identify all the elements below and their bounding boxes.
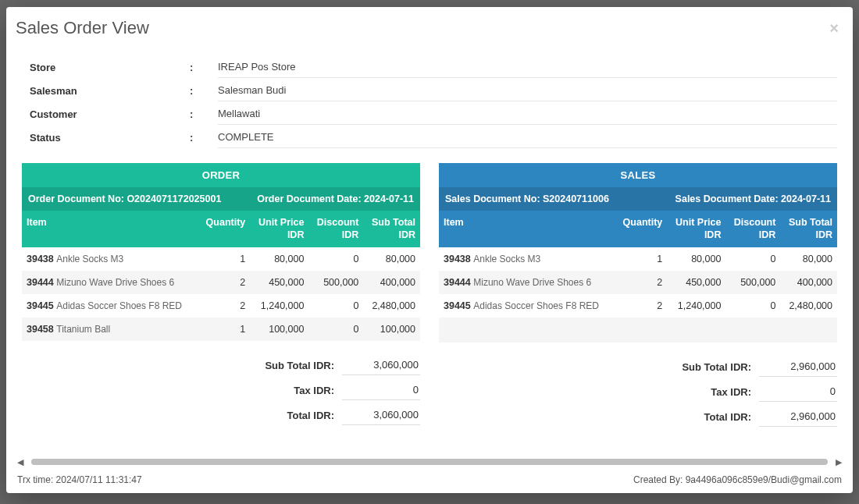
order-total-label: Total IDR: [287, 410, 342, 421]
table-row: 39458 Titanium Ball1100,0000100,000 [22, 318, 420, 341]
col-item: Item [22, 211, 198, 247]
col-sub: Sub TotalIDR [780, 211, 837, 247]
sales-doc-no: Sales Document No: S20240711006 [445, 193, 609, 204]
col-unit: Unit PriceIDR [667, 211, 725, 247]
sales-total-label: Total IDR: [704, 411, 759, 423]
sales-panel: SALES Sales Document No: S20240711006 Sa… [439, 163, 837, 431]
created-by: Created By: 9a4496a096c859e9/Budi@gmail.… [633, 474, 842, 485]
sales-tax-label: Tax IDR: [711, 386, 759, 398]
sales-doc-date: Sales Document Date: 2024-07-11 [675, 193, 831, 204]
salesman-value: Salesman Budi [218, 80, 837, 101]
scroll-left-icon[interactable]: ◀ [17, 457, 23, 467]
table-row: 39445 Adidas Soccer Shoes F8 RED21,240,0… [22, 294, 420, 318]
sales-totals: Sub Total IDR:2,960,000 Tax IDR:0 Total … [439, 357, 837, 427]
sales-subtotal-value: 2,960,000 [759, 357, 837, 377]
col-sub: Sub TotalIDR [363, 211, 420, 247]
table-row-empty [439, 318, 837, 343]
order-panel: ORDER Order Document No: O20240711720250… [22, 163, 420, 431]
scroll-track[interactable] [31, 459, 828, 465]
close-icon[interactable]: × [829, 20, 839, 36]
col-disc: DiscountIDR [725, 211, 780, 247]
order-totals: Sub Total IDR:3,060,000 Tax IDR:0 Total … [22, 355, 420, 425]
store-label: Store [22, 57, 190, 78]
order-header: ORDER [22, 163, 420, 187]
salesman-label: Salesman [22, 80, 190, 101]
table-row: 39438 Ankle Socks M3180,000080,000 [22, 247, 420, 271]
col-item: Item [439, 211, 615, 247]
order-tax-label: Tax IDR: [294, 385, 342, 396]
sales-order-view-modal: Sales Order View × Store : IREAP Pos Sto… [6, 7, 853, 493]
col-unit: Unit PriceIDR [250, 211, 308, 247]
order-table: Item Quantity Unit PriceIDR DiscountIDR … [22, 211, 420, 341]
col-qty: Quantity [615, 211, 667, 247]
modal-title: Sales Order View [16, 18, 149, 38]
order-tax-value: 0 [342, 380, 420, 400]
col-qty: Quantity [198, 211, 250, 247]
order-info: Store : IREAP Pos Store Salesman : Sales… [22, 55, 837, 149]
sales-table: Item Quantity Unit PriceIDR DiscountIDR … [439, 211, 837, 343]
sales-total-value: 2,960,000 [759, 406, 837, 427]
table-row: 39444 Mizuno Wave Drive Shoes 62450,0005… [439, 271, 837, 294]
sales-tax-value: 0 [759, 382, 837, 402]
scroll-right-icon[interactable]: ▶ [836, 457, 842, 467]
order-subtotal-label: Sub Total IDR: [265, 360, 342, 371]
sales-subtotal-label: Sub Total IDR: [682, 361, 759, 373]
table-row: 39438 Ankle Socks M3180,000080,000 [439, 247, 837, 271]
col-disc: DiscountIDR [308, 211, 363, 247]
order-doc-no: Order Document No: O2024071172025001 [28, 193, 221, 204]
trx-time: Trx time: 2024/07/11 11:31:47 [17, 474, 142, 485]
customer-value: Mellawati [218, 103, 837, 125]
order-subtotal-value: 3,060,000 [342, 355, 420, 375]
sales-header: SALES [439, 163, 837, 187]
order-total-value: 3,060,000 [342, 405, 420, 425]
status-label: Status [22, 127, 190, 148]
table-row: 39444 Mizuno Wave Drive Shoes 62450,0005… [22, 271, 420, 294]
horizontal-scrollbar[interactable]: ◀ ▶ [17, 457, 842, 468]
table-row: 39445 Adidas Soccer Shoes F8 RED21,240,0… [439, 294, 837, 318]
store-value: IREAP Pos Store [218, 56, 837, 78]
status-value: COMPLETE [218, 126, 837, 148]
order-doc-date: Order Document Date: 2024-07-11 [257, 193, 414, 204]
customer-label: Customer [22, 104, 190, 125]
